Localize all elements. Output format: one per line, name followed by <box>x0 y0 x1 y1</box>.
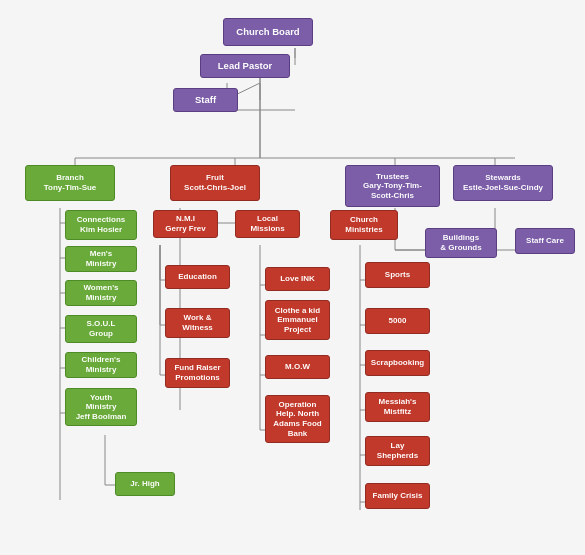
fund-raiser-node: Fund Raiser Promotions <box>165 358 230 388</box>
operation-help-node: Operation Help. North Adams Food Bank <box>265 395 330 443</box>
education-node: Education <box>165 265 230 289</box>
church-board-node: Church Board <box>223 18 313 46</box>
scrapbooking-node: Scrapbooking <box>365 350 430 376</box>
org-chart: Church Board Lead Pastor Staff Branch To… <box>5 10 580 555</box>
youth-ministry-node: Youth Ministry Jeff Boolman <box>65 388 137 426</box>
mow-node: M.O.W <box>265 355 330 379</box>
buildings-grounds-node: Buildings & Grounds <box>425 228 497 258</box>
connections-node: Connections Kim Hosier <box>65 210 137 240</box>
branch-node: Branch Tony-Tim-Sue <box>25 165 115 201</box>
trustees-node: Trustees Gary-Tony-Tim- Scott-Chris <box>345 165 440 207</box>
sports-node: Sports <box>365 262 430 288</box>
lead-pastor-node: Lead Pastor <box>200 54 290 78</box>
love-ink-node: Love INK <box>265 267 330 291</box>
family-crisis-node: Family Crisis <box>365 483 430 509</box>
nmi-node: N.M.I Gerry Frev <box>153 210 218 238</box>
chart-container: Church Board Lead Pastor Staff Branch To… <box>0 0 585 555</box>
work-witness-node: Work & Witness <box>165 308 230 338</box>
messiahs-node: Messiah's Mistfitz <box>365 392 430 422</box>
church-ministries-node: Church Ministries <box>330 210 398 240</box>
five-thousand-node: 5000 <box>365 308 430 334</box>
fruit-node: Fruit Scott-Chris-Joel <box>170 165 260 201</box>
clothe-kid-node: Clothe a kid Emmanuel Project <box>265 300 330 340</box>
soul-group-node: S.O.U.L Group <box>65 315 137 343</box>
womens-ministry-node: Women's Ministry <box>65 280 137 306</box>
stewards-node: Stewards Estle-Joel-Sue-Cindy <box>453 165 553 201</box>
staff-care-node: Staff Care <box>515 228 575 254</box>
lay-shepherds-node: Lay Shepherds <box>365 436 430 466</box>
staff-node: Staff <box>173 88 238 112</box>
mens-ministry-node: Men's Ministry <box>65 246 137 272</box>
local-missions-node: Local Missions <box>235 210 300 238</box>
jr-high-node: Jr. High <box>115 472 175 496</box>
childrens-ministry-node: Children's Ministry <box>65 352 137 378</box>
